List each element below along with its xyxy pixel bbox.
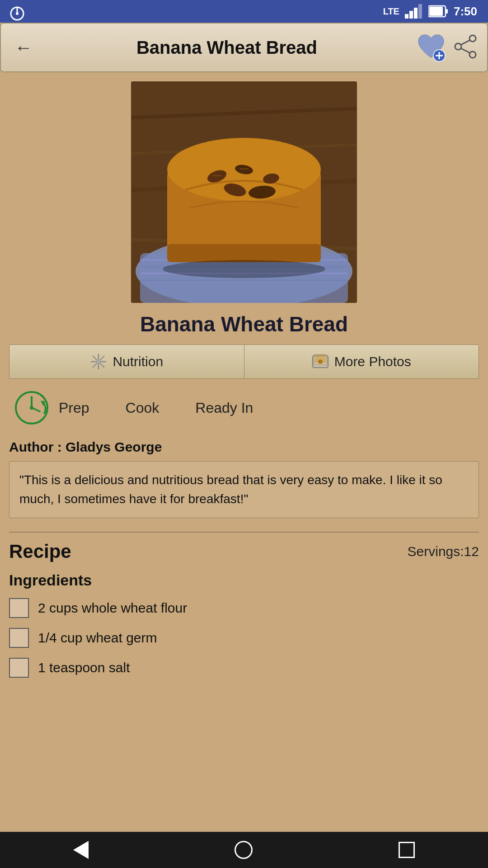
- ingredient-text-2: 1/4 cup wheat germ: [38, 630, 157, 646]
- more-photos-label: More Photos: [334, 354, 411, 369]
- ingredient-text-3: 1 teaspoon salt: [38, 660, 130, 675]
- ingredient-checkbox-3[interactable]: [9, 658, 29, 678]
- time-labels: Prep Cook Ready In: [59, 400, 253, 416]
- bottom-nav: [0, 832, 488, 868]
- plus-circle-icon: [433, 49, 446, 62]
- svg-point-46: [318, 359, 323, 364]
- ingredients-title: Ingredients: [9, 571, 479, 589]
- home-nav-button[interactable]: [235, 841, 253, 859]
- battery-icon: [428, 5, 448, 18]
- ingredient-checkbox-1[interactable]: [9, 598, 29, 618]
- ingredient-item: 1 teaspoon salt: [9, 658, 479, 678]
- svg-point-14: [469, 52, 476, 58]
- recipe-title: Banana Wheat Bread: [9, 312, 479, 336]
- svg-line-50: [32, 408, 40, 411]
- ingredient-item: 1/4 cup wheat germ: [9, 628, 479, 648]
- svg-point-37: [163, 260, 325, 278]
- share-button[interactable]: [453, 34, 478, 61]
- recipe-label: Recipe: [9, 541, 71, 562]
- svg-rect-8: [446, 9, 448, 14]
- recent-nav-button[interactable]: [399, 842, 415, 858]
- recipe-header-row: Recipe Servings:12: [9, 541, 479, 562]
- nutrition-icon: [90, 353, 107, 370]
- svg-rect-5: [414, 8, 418, 19]
- back-nav-button[interactable]: [73, 841, 89, 859]
- svg-point-13: [469, 35, 476, 42]
- svg-rect-9: [429, 7, 443, 16]
- svg-rect-3: [405, 14, 408, 19]
- recipe-image-container: [9, 81, 479, 303]
- nutrition-label: Nutrition: [113, 354, 163, 369]
- section-divider: [9, 532, 479, 533]
- svg-line-16: [461, 40, 470, 45]
- svg-point-15: [455, 43, 461, 50]
- ingredient-text-1: 2 cups whole wheat flour: [38, 600, 187, 616]
- svg-rect-6: [418, 4, 422, 19]
- time-row: Prep Cook Ready In: [9, 390, 479, 426]
- ready-in-label: Ready In: [195, 400, 253, 416]
- cook-label: Cook: [126, 400, 160, 416]
- quote-text: "This is a delicious and nutritious brea…: [19, 471, 469, 509]
- recipe-image: [131, 81, 357, 303]
- quote-box: "This is a delicious and nutritious brea…: [9, 461, 479, 518]
- prep-label: Prep: [59, 400, 89, 416]
- nav-title: Banana Wheat Bread: [37, 38, 417, 58]
- status-time: 7:50: [454, 5, 477, 19]
- back-button[interactable]: ←: [10, 33, 37, 62]
- clock-icon: [14, 390, 50, 426]
- main-content: Banana Wheat Bread Nutrition More Photos: [0, 72, 488, 832]
- svg-rect-36: [167, 244, 321, 262]
- nav-bar: ← Banana Wheat Bread: [0, 23, 488, 72]
- nav-icons: [417, 33, 478, 62]
- ingredient-checkbox-2[interactable]: [9, 628, 29, 648]
- servings-text: Servings:12: [408, 544, 479, 559]
- svg-rect-4: [409, 11, 413, 19]
- author-text: Author : Gladys George: [9, 439, 479, 455]
- status-bar: LTE 7:50: [0, 0, 488, 23]
- signal-icon: [405, 4, 423, 19]
- svg-point-2: [16, 12, 19, 15]
- share-icon: [453, 34, 478, 59]
- favorite-button[interactable]: [417, 33, 446, 62]
- svg-line-17: [461, 48, 470, 53]
- photo-icon: [312, 353, 329, 370]
- lte-label: LTE: [383, 6, 399, 17]
- status-bar-left-icon: [9, 5, 25, 24]
- buttons-row: Nutrition More Photos: [9, 344, 479, 379]
- more-photos-button[interactable]: More Photos: [244, 345, 479, 378]
- nutrition-button[interactable]: Nutrition: [9, 345, 244, 378]
- svg-point-42: [97, 360, 100, 363]
- ingredient-item: 2 cups whole wheat flour: [9, 598, 479, 618]
